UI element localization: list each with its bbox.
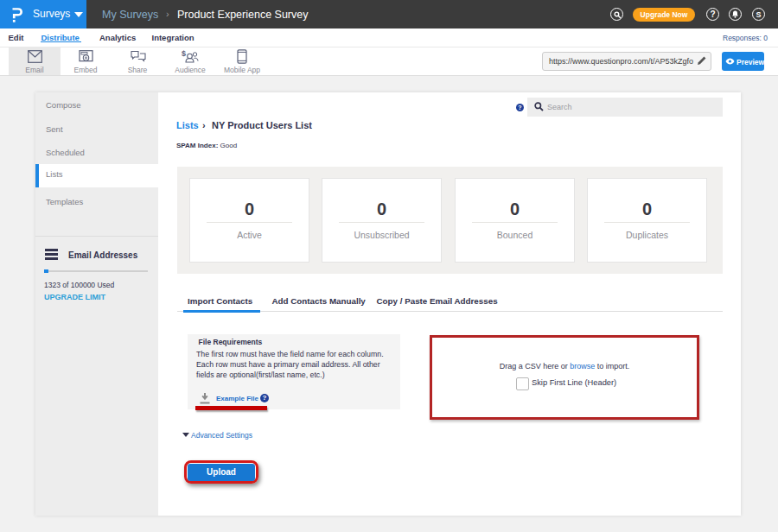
svg-text:$: $ [182, 49, 186, 58]
